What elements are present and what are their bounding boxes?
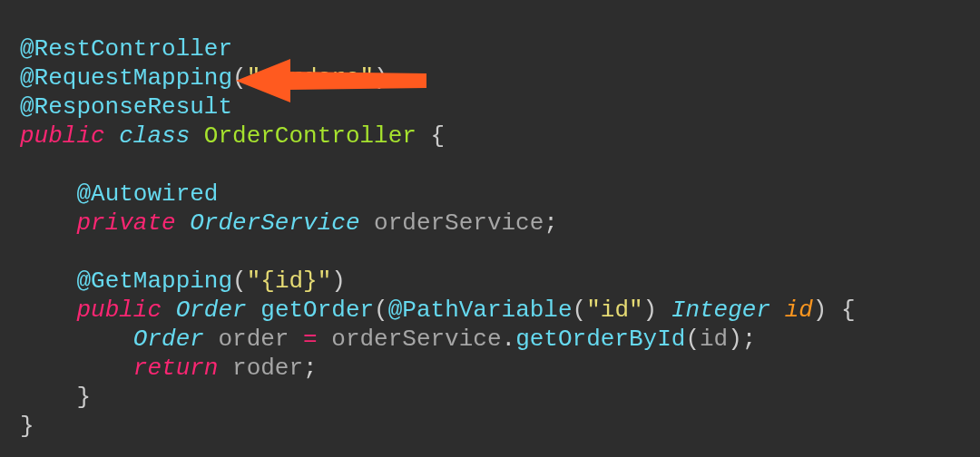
brace-close: } [20, 413, 34, 440]
paren-close: ) [643, 297, 658, 324]
keyword-public: public [20, 122, 105, 150]
type-order: Order [133, 326, 204, 353]
paren-open: ( [232, 64, 247, 92]
semicolon: ; [544, 209, 558, 237]
paren-close: ) [813, 297, 828, 324]
paren-close: ) [331, 267, 346, 295]
paren-open: ( [573, 297, 587, 324]
type-orderservice: OrderService [190, 209, 359, 237]
paren-close: ) [374, 64, 388, 92]
annotation-autowired: @Autowired [76, 180, 218, 208]
keyword-private: private [76, 209, 175, 237]
annotation-restcontroller: @RestController [20, 35, 232, 63]
field-orderservice: orderService [374, 209, 544, 237]
type-integer: Integer [671, 297, 770, 324]
param-id: id [785, 297, 813, 324]
annotation-requestmapping: @RequestMapping [20, 64, 232, 92]
paren-close: ) [728, 326, 742, 353]
string-id: "{id}" [247, 267, 332, 295]
annotation-pathvariable: @PathVariable [388, 297, 573, 324]
code-block: @RestController @RequestMapping("/orders… [0, 0, 980, 457]
operator-eq: = [303, 326, 318, 353]
string-id2: "id" [586, 297, 642, 324]
annotation-responseresult: @ResponseResult [20, 93, 232, 121]
paren-open: ( [232, 267, 247, 295]
classname: OrderController [204, 122, 416, 150]
field-orderservice: orderService [331, 326, 501, 353]
var-order: order [218, 326, 289, 353]
brace-open: { [841, 297, 856, 324]
brace-open: { [431, 122, 446, 150]
dot: . [502, 326, 516, 353]
brace-close: } [76, 384, 91, 411]
call-getorderbyid: getOrderById [515, 326, 685, 353]
semicolon: ; [303, 355, 318, 382]
type-order: Order [176, 297, 247, 324]
keyword-public: public [76, 297, 162, 324]
keyword-return: return [133, 355, 219, 382]
keyword-class: class [119, 122, 190, 150]
var-roder: roder [232, 355, 303, 382]
paren-open: ( [685, 326, 700, 353]
semicolon: ; [742, 326, 757, 353]
arg-id: id [700, 326, 728, 353]
annotation-getmapping: @GetMapping [76, 267, 232, 295]
string-orders: "/orders" [247, 64, 374, 92]
paren-open: ( [374, 297, 388, 324]
method-getorder: getOrder [260, 297, 374, 324]
